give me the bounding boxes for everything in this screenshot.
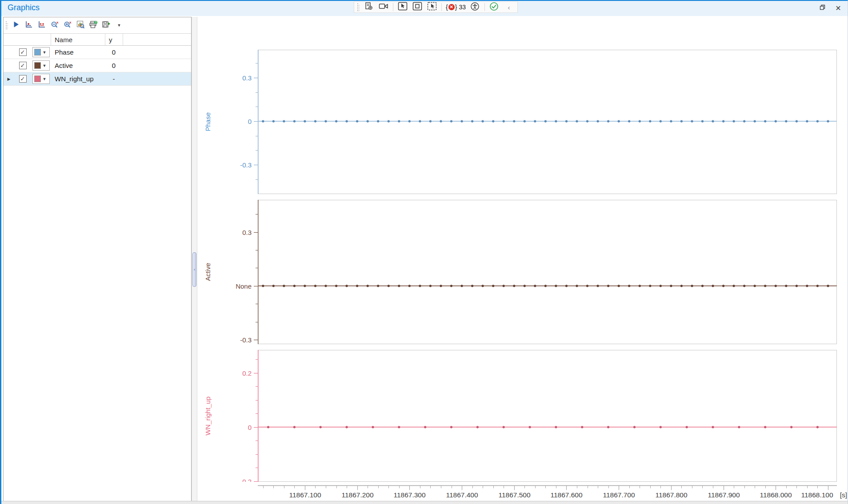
- svg-text:0: 0: [248, 118, 252, 125]
- color-dropdown[interactable]: ▼: [32, 74, 50, 84]
- svg-text:11867.500: 11867.500: [498, 491, 530, 499]
- signal-name: WN_right_up: [51, 75, 105, 83]
- dropdown-caret-icon: ▼: [43, 63, 47, 68]
- panel-splitter[interactable]: ‹: [192, 17, 197, 502]
- svg-text:11867.200: 11867.200: [341, 491, 373, 499]
- svg-text:x: x: [69, 20, 72, 24]
- svg-text:None: None: [236, 282, 252, 290]
- color-dropdown[interactable]: ▼: [32, 60, 50, 71]
- active-chart[interactable]: Active 0.3None-0.3: [197, 200, 848, 344]
- splitter-collapse-handle[interactable]: ‹: [192, 252, 196, 287]
- close-icon: ✕: [835, 4, 841, 12]
- svg-text:11867.700: 11867.700: [603, 491, 635, 499]
- signal-row-Phase[interactable]: ✓▼Phase0: [4, 46, 191, 59]
- zoom-to-fit-chart-icon: [76, 20, 85, 31]
- close-window-button[interactable]: ✕: [832, 2, 845, 14]
- more-options-button[interactable]: ▼: [114, 20, 124, 30]
- color-dropdown[interactable]: ▼: [32, 47, 50, 57]
- camera-button[interactable]: [378, 2, 389, 12]
- graphics-toolbar: x x ?: [4, 17, 191, 34]
- header-filler-col: [123, 34, 191, 45]
- current-row-indicator: ▶: [4, 77, 14, 81]
- export-button[interactable]: [101, 20, 111, 30]
- svg-text:?: ?: [95, 21, 97, 24]
- signal-row-WN_right_up[interactable]: ▶✓▼WN_right_up-: [4, 72, 191, 86]
- select-cursor-icon: [398, 2, 408, 12]
- wn-right-up-chart[interactable]: WN_right_up 0.20-0.2: [197, 350, 848, 482]
- signal-y-value: 0: [105, 62, 123, 69]
- dropdown-caret-icon: ▼: [43, 50, 47, 55]
- chart-panel: Phase 0.30-0.3 Active 0.3None-0.3 WN_rig…: [197, 16, 848, 502]
- start-measurement-button[interactable]: [11, 20, 21, 30]
- svg-text:11867.800: 11867.800: [655, 491, 687, 499]
- start-measurement-icon: [12, 21, 20, 30]
- collapse-chevron-icon: ‹: [508, 4, 510, 11]
- brace-left: {: [446, 4, 448, 11]
- signal-name: Active: [51, 62, 105, 69]
- graphics-body: x x ?: [1, 16, 848, 501]
- wn-right-up-plot[interactable]: 0.20-0.2: [197, 350, 848, 484]
- breakpoint-count: 33: [459, 4, 466, 11]
- fit-y-axis-button[interactable]: [37, 20, 47, 30]
- breakpoint-badge-icon: ✕: [448, 4, 455, 10]
- signal-color-swatch: [34, 62, 41, 69]
- toolbar-grip-icon[interactable]: [6, 21, 8, 29]
- status-ok-button[interactable]: [489, 2, 500, 12]
- chart-y-axis-title: WN_right_up: [202, 350, 213, 482]
- header-y-col[interactable]: y: [105, 34, 123, 45]
- svg-text:11868.100: 11868.100: [801, 491, 833, 499]
- fit-x-axis-button[interactable]: [24, 20, 34, 30]
- zoom-to-fit-chart-button[interactable]: [76, 20, 85, 30]
- zoom-out-x-button[interactable]: x: [50, 20, 60, 30]
- zoom-rect-button[interactable]: [412, 2, 423, 12]
- print-button[interactable]: ?: [88, 20, 98, 30]
- header-check-col: [14, 34, 31, 45]
- collapse-toolbar-button[interactable]: ‹: [504, 2, 514, 12]
- svg-text:-0.2: -0.2: [240, 478, 252, 482]
- signal-color-swatch: [34, 75, 41, 82]
- visibility-checkbox[interactable]: ✓: [19, 48, 27, 56]
- window-title: Graphics: [8, 3, 40, 12]
- header-name-col[interactable]: Name: [51, 34, 105, 45]
- select-cursor-button[interactable]: [397, 2, 408, 12]
- breakpoint-counter[interactable]: {✕}33: [446, 4, 466, 11]
- select-area-cursor-button[interactable]: [427, 2, 437, 12]
- signal-name: Phase: [51, 48, 105, 56]
- restore-window-button[interactable]: [816, 2, 829, 14]
- visibility-checkbox[interactable]: ✓: [19, 75, 27, 83]
- restore-icon: [819, 4, 826, 12]
- header-y-label: y: [109, 36, 112, 44]
- svg-text:11867.300: 11867.300: [393, 491, 425, 499]
- signal-row-Active[interactable]: ✓▼Active0: [4, 59, 191, 72]
- phase-plot[interactable]: 0.30-0.3: [197, 50, 848, 196]
- chart-y-axis-title: Active: [202, 200, 213, 344]
- zoom-in-x-button[interactable]: x: [63, 20, 72, 30]
- signal-table-header: Name y: [4, 34, 191, 46]
- configure-report-button[interactable]: [364, 2, 374, 12]
- fit-x-axis-icon: [25, 20, 33, 30]
- chart-y-axis-title: Phase: [202, 50, 213, 194]
- signal-y-value: 0: [105, 48, 123, 56]
- svg-text:11868.000: 11868.000: [760, 491, 792, 499]
- phase-chart[interactable]: Phase 0.30-0.3: [197, 50, 848, 194]
- svg-text:0.3: 0.3: [242, 74, 252, 82]
- svg-text:-0.3: -0.3: [240, 336, 252, 344]
- fit-y-axis-icon: [38, 20, 46, 30]
- active-plot[interactable]: 0.3None-0.3: [197, 200, 848, 346]
- zoom-in-x-icon: x: [64, 20, 72, 31]
- accessibility-button[interactable]: [470, 2, 480, 12]
- dropdown-caret-icon: ▼: [43, 77, 47, 81]
- zoom-rect-icon: [412, 2, 422, 12]
- svg-text:0.2: 0.2: [242, 369, 252, 377]
- svg-text:[s]: [s]: [840, 491, 847, 499]
- toolbar-grip-icon[interactable]: [357, 3, 360, 11]
- toolbar-separator: [393, 3, 393, 11]
- visibility-checkbox[interactable]: ✓: [19, 62, 27, 69]
- header-indicator-col: [4, 34, 14, 45]
- time-axis: 11867.10011867.20011867.30011867.4001186…: [197, 482, 848, 502]
- signal-y-value: -: [105, 75, 123, 83]
- print-icon: ?: [89, 20, 98, 31]
- accessibility-icon: [470, 2, 480, 13]
- export-icon: [102, 20, 111, 30]
- collapse-left-chevron-icon: ‹: [194, 267, 195, 272]
